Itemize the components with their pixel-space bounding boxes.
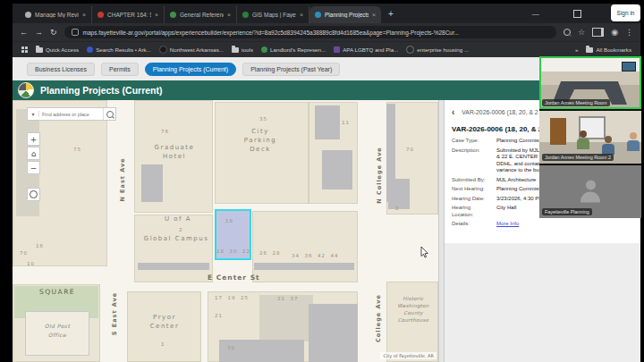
person [602,136,614,155]
parcel-number: 16 [36,243,44,248]
close-icon[interactable]: × [155,12,158,18]
minimize-button[interactable]: — [532,10,539,18]
overflow-chevrons: » [575,46,578,53]
all-bookmarks-button[interactable]: All Bookmarks [586,46,631,53]
browser-tab-manage-reviews[interactable]: Manage My Reviews × [20,6,92,23]
map-block [252,211,358,282]
reload-icon[interactable]: ↻ [50,28,57,37]
bookmark-quick-access[interactable]: Quick Access [36,46,79,53]
side-panel-icon[interactable] [592,28,604,37]
browser-tab-chapter-164[interactable]: CHAPTER 164: SUPPL Pu × [92,6,165,23]
address-bar[interactable]: maps.fayetteville-ar.gov/portal/apps/exp… [64,26,557,38]
map-building [315,105,340,139]
close-icon[interactable]: × [227,12,231,18]
tab-favicon [170,12,176,18]
field-label: Description: [452,147,491,174]
participant-name-badge: Fayetteville Planning [542,208,592,215]
more-info-link[interactable]: More Info [496,221,635,228]
tab-title: Manage My Reviews [35,12,79,18]
person [627,132,640,151]
tab-permits[interactable]: Permits [101,63,139,76]
parcel-number: 1 [161,341,165,347]
tab-business-licenses[interactable]: Business Licenses [27,63,95,76]
close-icon[interactable]: × [82,12,86,18]
map-building [219,340,304,362]
locate-icon [30,190,38,198]
field-label: Details: [452,221,491,228]
parcel-number: 31 37 [277,296,299,301]
bookmark-apa-lgbtq[interactable]: APA LGBTQ and Pla... [334,46,398,53]
field-label: Hearing Location: [452,205,491,218]
zoom-page-icon[interactable] [564,29,571,36]
bookmark-tools[interactable]: tools [232,46,253,53]
locate-button[interactable] [27,188,40,201]
apps-grid-icon[interactable] [21,46,28,53]
chevron-down-icon[interactable]: ▾ [28,111,39,117]
search-icon[interactable] [103,108,115,120]
bookmark-favicon [87,46,93,53]
tab-title: Planning Projects (Curren [325,12,369,18]
sign-in-label: Sign in [617,10,635,16]
new-tab-button[interactable]: + [388,9,394,19]
parcel-number: 18 [225,218,233,223]
search-input[interactable] [39,112,103,117]
bookmark-star-icon[interactable]: ☆ [578,28,585,37]
parcel-number: 18 20 22 [216,248,250,254]
browser-tab-gis-maps[interactable]: GIS Maps | Fayetteville, A × [237,6,309,23]
close-icon[interactable]: × [300,12,303,18]
parcel-number: 2 [179,227,183,232]
bookmark-landlords[interactable]: Landlord's Represen... [261,46,326,53]
browser-tab-general-reference[interactable]: General Reference × [165,6,237,23]
tab-title: General Reference [180,12,224,18]
sign-in-button[interactable]: Sign in [611,4,640,21]
site-settings-icon[interactable] [72,29,79,36]
browser-tab-planning-projects[interactable]: Planning Projects (Curren × [309,6,381,23]
bookmark-enterprise-housing[interactable]: enterprise housing ... [406,46,469,54]
map-building [138,263,209,270]
forward-icon[interactable]: → [35,28,43,37]
parcel-number: 10 [27,261,35,266]
participant-name-badge: Jordan Annex Meeting Room [542,99,610,106]
street-label-college-ave: College Ave [375,294,382,342]
video-tile-meeting-room-2[interactable]: Jordan Annex Meeting Room 2 [539,111,641,164]
panel-resize-handle[interactable] [438,100,445,362]
parcel-number: 75 [73,147,81,152]
video-tile-fayetteville-planning[interactable]: Fayetteville Planning [539,165,641,218]
map-canvas[interactable]: N East Ave N College Ave S East Ave Coll… [13,100,438,362]
tab-title: CHAPTER 164: SUPPL Pu [107,12,151,18]
map-block-global-campus [134,215,213,282]
map-label-u-of-a: U of A [151,215,205,223]
zoom-in-button[interactable]: + [27,132,40,146]
close-icon[interactable]: × [372,12,376,18]
video-call-overlay[interactable]: Jordan Annex Meeting Room Jordan Annex M… [539,56,641,218]
tab-planning-projects-past-year[interactable]: Planning Projects (Past Year) [242,63,340,76]
back-icon[interactable]: ‹ [452,107,454,117]
bookmark-northwest-arkansas[interactable]: Northwest Arkansas... [159,46,224,54]
parcel-number: 2 [395,206,400,211]
map-label-graduate-hotel: Graduate Hotel [143,143,206,161]
bookmark-favicon [406,46,414,54]
map-building [322,150,352,189]
parcel-number: 11 [342,120,350,125]
bookmark-search-results[interactable]: Search Results • Ark... [87,46,151,53]
maximize-button[interactable] [573,10,581,18]
video-tile-meeting-room-1[interactable]: Jordan Annex Meeting Room [539,56,641,109]
screen: Manage My Reviews × CHAPTER 164: SUPPL P… [0,0,644,362]
zoom-out-button[interactable]: − [27,161,40,174]
parcel-number: 30 [227,345,235,350]
field-label: Next Hearing: [452,186,491,193]
map-label-old-post-office: Old Post Office [29,322,86,340]
home-button[interactable]: ⌂ [27,147,40,160]
profile-icon[interactable]: ◉ [611,28,618,37]
map-label-pryor-center: Pryor Center [138,313,191,331]
map-search-box[interactable]: ▾ [27,107,116,121]
back-icon[interactable]: ← [20,28,28,37]
tab-favicon [97,12,104,18]
tab-planning-projects-current[interactable]: Planning Projects (Current) [145,63,236,76]
street-label-n-college-ave: N College Ave [376,147,383,204]
bookmarks-overflow-icon[interactable]: » [575,46,578,53]
menu-dots-icon[interactable]: ⋮ [625,28,633,37]
map-building [254,263,354,270]
map-building [259,295,313,341]
home-icon: ⌂ [31,149,37,158]
